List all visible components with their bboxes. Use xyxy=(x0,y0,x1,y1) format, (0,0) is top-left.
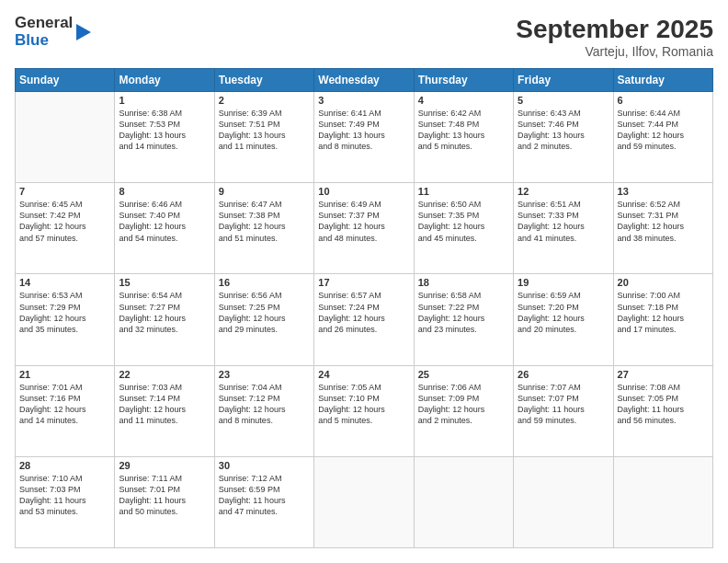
calendar-cell: 30Sunrise: 7:12 AM Sunset: 6:59 PM Dayli… xyxy=(214,456,313,547)
logo: General Blue xyxy=(15,15,91,49)
title-section: September 2025 Varteju, Ilfov, Romania xyxy=(516,15,713,59)
cell-daylight-info: Sunrise: 6:43 AM Sunset: 7:46 PM Dayligh… xyxy=(518,108,609,153)
day-number: 30 xyxy=(219,460,310,471)
week-row-5: 28Sunrise: 7:10 AM Sunset: 7:03 PM Dayli… xyxy=(16,456,713,547)
cell-daylight-info: Sunrise: 7:06 AM Sunset: 7:09 PM Dayligh… xyxy=(418,382,509,427)
calendar-cell: 13Sunrise: 6:52 AM Sunset: 7:31 PM Dayli… xyxy=(613,183,712,274)
day-number: 25 xyxy=(418,369,509,380)
calendar-cell: 22Sunrise: 7:03 AM Sunset: 7:14 PM Dayli… xyxy=(115,365,214,456)
day-number: 24 xyxy=(318,369,409,380)
calendar-table: SundayMondayTuesdayWednesdayThursdayFrid… xyxy=(15,68,713,548)
cell-daylight-info: Sunrise: 7:04 AM Sunset: 7:12 PM Dayligh… xyxy=(219,382,310,427)
cell-daylight-info: Sunrise: 6:49 AM Sunset: 7:37 PM Dayligh… xyxy=(318,199,409,244)
weekday-header-row: SundayMondayTuesdayWednesdayThursdayFrid… xyxy=(16,69,713,92)
weekday-header-wednesday: Wednesday xyxy=(314,69,414,92)
week-row-1: 1Sunrise: 6:38 AM Sunset: 7:53 PM Daylig… xyxy=(16,92,713,183)
cell-daylight-info: Sunrise: 6:54 AM Sunset: 7:27 PM Dayligh… xyxy=(119,290,210,335)
calendar-cell: 17Sunrise: 6:57 AM Sunset: 7:24 PM Dayli… xyxy=(314,274,414,365)
day-number: 4 xyxy=(418,95,509,106)
calendar-cell: 25Sunrise: 7:06 AM Sunset: 7:09 PM Dayli… xyxy=(414,365,513,456)
weekday-header-friday: Friday xyxy=(514,69,613,92)
calendar-cell: 21Sunrise: 7:01 AM Sunset: 7:16 PM Dayli… xyxy=(16,365,115,456)
month-title: September 2025 xyxy=(516,15,713,44)
calendar-cell xyxy=(514,456,613,547)
day-number: 15 xyxy=(119,277,210,288)
day-number: 9 xyxy=(219,186,310,197)
day-number: 10 xyxy=(318,186,409,197)
header: General Blue September 2025 Varteju, Ilf… xyxy=(15,15,713,59)
cell-daylight-info: Sunrise: 6:51 AM Sunset: 7:33 PM Dayligh… xyxy=(518,199,609,244)
calendar-cell: 28Sunrise: 7:10 AM Sunset: 7:03 PM Dayli… xyxy=(16,456,115,547)
day-number: 6 xyxy=(618,95,709,106)
weekday-header-thursday: Thursday xyxy=(414,69,513,92)
cell-daylight-info: Sunrise: 6:44 AM Sunset: 7:44 PM Dayligh… xyxy=(618,108,709,153)
cell-daylight-info: Sunrise: 7:01 AM Sunset: 7:16 PM Dayligh… xyxy=(19,382,110,427)
day-number: 1 xyxy=(119,95,210,106)
week-row-4: 21Sunrise: 7:01 AM Sunset: 7:16 PM Dayli… xyxy=(16,365,713,456)
calendar-cell: 14Sunrise: 6:53 AM Sunset: 7:29 PM Dayli… xyxy=(16,274,115,365)
cell-daylight-info: Sunrise: 7:00 AM Sunset: 7:18 PM Dayligh… xyxy=(618,290,709,335)
cell-daylight-info: Sunrise: 6:47 AM Sunset: 7:38 PM Dayligh… xyxy=(219,199,310,244)
calendar-cell: 15Sunrise: 6:54 AM Sunset: 7:27 PM Dayli… xyxy=(115,274,214,365)
calendar-cell xyxy=(16,92,115,183)
calendar-cell: 23Sunrise: 7:04 AM Sunset: 7:12 PM Dayli… xyxy=(214,365,313,456)
day-number: 8 xyxy=(119,186,210,197)
weekday-header-tuesday: Tuesday xyxy=(214,69,313,92)
cell-daylight-info: Sunrise: 7:11 AM Sunset: 7:01 PM Dayligh… xyxy=(119,473,210,518)
cell-daylight-info: Sunrise: 6:45 AM Sunset: 7:42 PM Dayligh… xyxy=(19,199,110,244)
day-number: 11 xyxy=(418,186,509,197)
calendar-cell: 3Sunrise: 6:41 AM Sunset: 7:49 PM Daylig… xyxy=(314,92,414,183)
day-number: 13 xyxy=(618,186,709,197)
day-number: 2 xyxy=(219,95,310,106)
cell-daylight-info: Sunrise: 6:52 AM Sunset: 7:31 PM Dayligh… xyxy=(618,199,709,244)
calendar-cell: 5Sunrise: 6:43 AM Sunset: 7:46 PM Daylig… xyxy=(514,92,613,183)
cell-daylight-info: Sunrise: 6:59 AM Sunset: 7:20 PM Dayligh… xyxy=(518,290,609,335)
day-number: 14 xyxy=(19,277,110,288)
day-number: 29 xyxy=(119,460,210,471)
day-number: 16 xyxy=(219,277,310,288)
day-number: 3 xyxy=(318,95,409,106)
cell-daylight-info: Sunrise: 7:07 AM Sunset: 7:07 PM Dayligh… xyxy=(518,382,609,427)
location-subtitle: Varteju, Ilfov, Romania xyxy=(516,44,713,59)
day-number: 19 xyxy=(518,277,609,288)
cell-daylight-info: Sunrise: 6:50 AM Sunset: 7:35 PM Dayligh… xyxy=(418,199,509,244)
day-number: 20 xyxy=(618,277,709,288)
weekday-header-sunday: Sunday xyxy=(16,69,115,92)
calendar-cell: 4Sunrise: 6:42 AM Sunset: 7:48 PM Daylig… xyxy=(414,92,513,183)
calendar-cell xyxy=(613,456,712,547)
calendar-cell: 20Sunrise: 7:00 AM Sunset: 7:18 PM Dayli… xyxy=(613,274,712,365)
cell-daylight-info: Sunrise: 6:56 AM Sunset: 7:25 PM Dayligh… xyxy=(219,290,310,335)
calendar-cell: 12Sunrise: 6:51 AM Sunset: 7:33 PM Dayli… xyxy=(514,183,613,274)
calendar-cell: 27Sunrise: 7:08 AM Sunset: 7:05 PM Dayli… xyxy=(613,365,712,456)
day-number: 17 xyxy=(318,277,409,288)
day-number: 22 xyxy=(119,369,210,380)
weekday-header-saturday: Saturday xyxy=(613,69,712,92)
calendar-cell: 1Sunrise: 6:38 AM Sunset: 7:53 PM Daylig… xyxy=(115,92,214,183)
cell-daylight-info: Sunrise: 7:10 AM Sunset: 7:03 PM Dayligh… xyxy=(19,473,110,518)
cell-daylight-info: Sunrise: 6:58 AM Sunset: 7:22 PM Dayligh… xyxy=(418,290,509,335)
calendar-cell: 16Sunrise: 6:56 AM Sunset: 7:25 PM Dayli… xyxy=(214,274,313,365)
week-row-2: 7Sunrise: 6:45 AM Sunset: 7:42 PM Daylig… xyxy=(16,183,713,274)
day-number: 5 xyxy=(518,95,609,106)
calendar-cell: 6Sunrise: 6:44 AM Sunset: 7:44 PM Daylig… xyxy=(613,92,712,183)
day-number: 27 xyxy=(618,369,709,380)
calendar-cell: 8Sunrise: 6:46 AM Sunset: 7:40 PM Daylig… xyxy=(115,183,214,274)
calendar-cell: 2Sunrise: 6:39 AM Sunset: 7:51 PM Daylig… xyxy=(214,92,313,183)
cell-daylight-info: Sunrise: 7:03 AM Sunset: 7:14 PM Dayligh… xyxy=(119,382,210,427)
calendar-cell xyxy=(414,456,513,547)
calendar-cell: 26Sunrise: 7:07 AM Sunset: 7:07 PM Dayli… xyxy=(514,365,613,456)
cell-daylight-info: Sunrise: 6:38 AM Sunset: 7:53 PM Dayligh… xyxy=(119,108,210,153)
page: General Blue September 2025 Varteju, Ilf… xyxy=(0,0,728,563)
day-number: 28 xyxy=(19,460,110,471)
calendar-cell xyxy=(314,456,414,547)
calendar-cell: 9Sunrise: 6:47 AM Sunset: 7:38 PM Daylig… xyxy=(214,183,313,274)
cell-daylight-info: Sunrise: 6:46 AM Sunset: 7:40 PM Dayligh… xyxy=(119,199,210,244)
cell-daylight-info: Sunrise: 7:08 AM Sunset: 7:05 PM Dayligh… xyxy=(618,382,709,427)
cell-daylight-info: Sunrise: 6:39 AM Sunset: 7:51 PM Dayligh… xyxy=(219,108,310,153)
calendar-cell: 18Sunrise: 6:58 AM Sunset: 7:22 PM Dayli… xyxy=(414,274,513,365)
calendar-cell: 10Sunrise: 6:49 AM Sunset: 7:37 PM Dayli… xyxy=(314,183,414,274)
weekday-header-monday: Monday xyxy=(115,69,214,92)
day-number: 18 xyxy=(418,277,509,288)
day-number: 23 xyxy=(219,369,310,380)
calendar-cell: 7Sunrise: 6:45 AM Sunset: 7:42 PM Daylig… xyxy=(16,183,115,274)
